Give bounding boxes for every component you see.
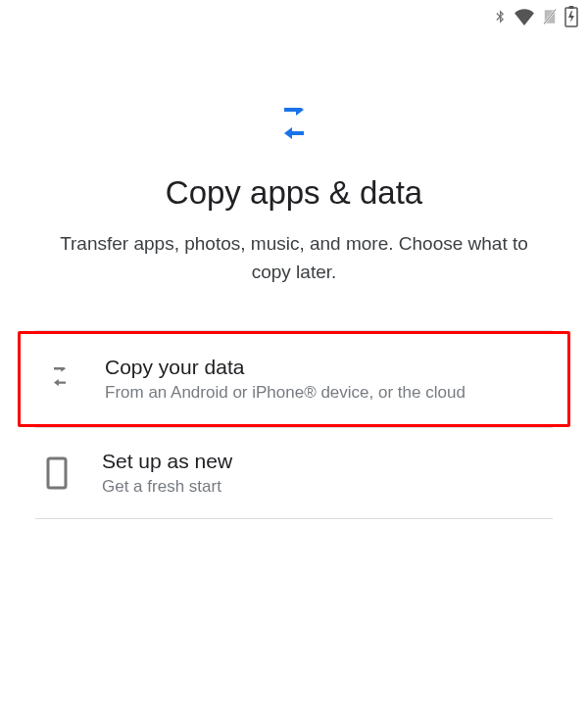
svg-rect-4 <box>569 6 574 9</box>
option-title: Copy your data <box>105 356 550 379</box>
hero-section: Copy apps & data Transfer apps, photos, … <box>0 0 588 287</box>
phone-outline-icon <box>39 456 74 490</box>
options-list: Copy your data From an Android or iPhone… <box>0 330 588 519</box>
svg-rect-5 <box>48 458 66 488</box>
battery-charging-icon <box>564 6 578 27</box>
option-set-up-as-new[interactable]: Set up as new Get a fresh start <box>0 428 588 518</box>
option-copy-your-data[interactable]: Copy your data From an Android or iPhone… <box>21 334 567 424</box>
divider <box>35 518 553 519</box>
page-title: Copy apps & data <box>0 174 588 212</box>
transfer-arrows-icon <box>270 108 318 151</box>
option-copy-highlight: Copy your data From an Android or iPhone… <box>18 331 570 427</box>
transfer-arrows-icon <box>42 367 77 391</box>
page-subtitle: Transfer apps, photos, music, and more. … <box>0 229 588 287</box>
no-sim-icon <box>541 7 559 26</box>
wifi-icon <box>514 8 535 25</box>
status-bar <box>492 6 578 27</box>
option-title: Set up as new <box>102 450 553 473</box>
option-subtitle: From an Android or iPhone® device, or th… <box>105 383 550 403</box>
option-subtitle: Get a fresh start <box>102 477 553 497</box>
bluetooth-icon <box>492 7 508 26</box>
